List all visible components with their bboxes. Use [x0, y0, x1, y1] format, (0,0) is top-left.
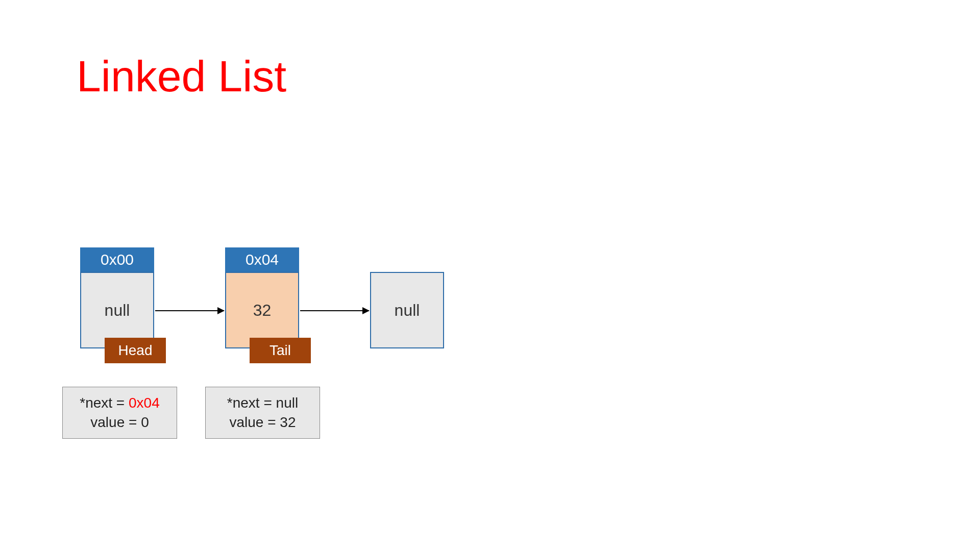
info-head-line2: value = 0	[72, 413, 167, 432]
arrow-2	[300, 310, 369, 311]
node2-role: Tail	[250, 338, 311, 363]
node2-box: 32	[225, 272, 299, 348]
info-tail: *next = null value = 32	[205, 387, 320, 439]
node2-address: 0x04	[225, 247, 299, 272]
info-head-next-prefix: *next =	[80, 395, 129, 411]
info-head-line1: *next = 0x04	[72, 393, 167, 413]
node1-value: null	[105, 301, 130, 320]
info-head: *next = 0x04 value = 0	[62, 387, 177, 439]
node2-value: 32	[253, 301, 272, 320]
arrow-1	[155, 310, 224, 311]
node1-address: 0x00	[80, 247, 154, 272]
page-title: Linked List	[77, 51, 286, 102]
info-tail-line1: *next = null	[215, 393, 310, 413]
node1-box: null	[80, 272, 154, 348]
info-head-next-value: 0x04	[129, 395, 160, 411]
info-tail-line2: value = 32	[215, 413, 310, 432]
node3-value: null	[395, 301, 420, 320]
node1-role: Head	[105, 338, 166, 363]
node3-box: null	[370, 272, 444, 348]
